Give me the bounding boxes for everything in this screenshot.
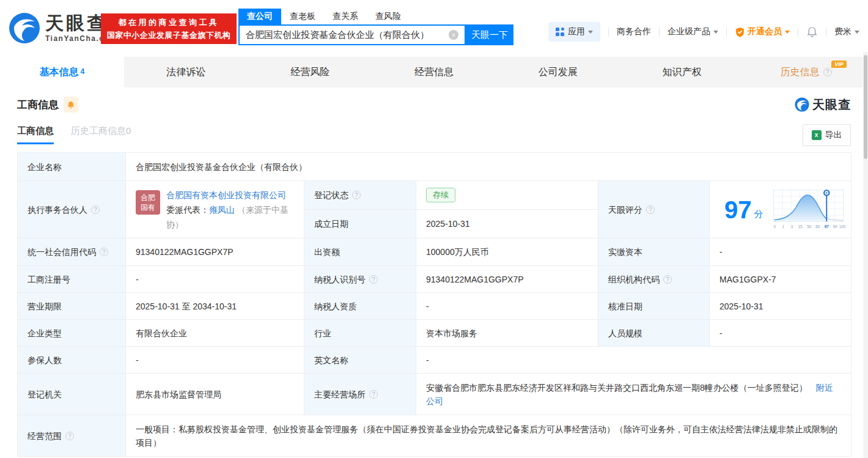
est-date-value: 2025-10-31 <box>416 210 598 238</box>
nav-open-vip-label: 开通会员 <box>748 26 782 37</box>
nav-user[interactable]: 费米 <box>834 26 859 37</box>
help-icon[interactable]: ? <box>369 390 378 399</box>
business-site-label-text: 主要经营场所 <box>314 388 366 401</box>
search-tab-risk[interactable]: 查风险 <box>367 9 410 24</box>
status-badge: 存续 <box>426 188 455 202</box>
svg-text:1: 1 <box>782 224 784 229</box>
svg-text:97: 97 <box>824 224 829 229</box>
help-icon[interactable]: ? <box>823 68 832 76</box>
credit-code-value: 91340122MAG1GGPX7P <box>126 238 304 266</box>
tianyancha-company-page: 天眼查 TianYanCha.com 都在用的商业查询工具 国家中小企业发展子基… <box>0 0 868 458</box>
search-area: 查公司 查老板 查关系 查风险 × 天眼一下 <box>238 9 513 45</box>
top-header: 天眼查 TianYanCha.com 都在用的商业查询工具 国家中小企业发展子基… <box>0 0 868 57</box>
tianyancha-brand-icon <box>795 97 809 112</box>
chevron-down-icon <box>785 31 790 34</box>
tab-history-info[interactable]: VIP 历史信息 ? <box>744 57 868 87</box>
org-code-label-text: 组织机构代码 <box>608 273 660 286</box>
export-label: 导出 <box>825 130 842 141</box>
search-tab-boss[interactable]: 查老板 <box>281 9 324 24</box>
search-tab-relation[interactable]: 查关系 <box>324 9 367 24</box>
help-icon[interactable]: ? <box>100 248 108 256</box>
svg-text:99: 99 <box>833 224 837 229</box>
score-cell: 97 分 <box>710 181 851 238</box>
tab-intellectual-property[interactable]: 知识产权 <box>620 57 744 87</box>
taxpayer-quality-value: - <box>416 293 598 320</box>
scrollbar-track[interactable] <box>863 52 868 458</box>
vip-badge: VIP <box>831 61 847 68</box>
business-scope-label-text: 经营范围 <box>28 429 62 443</box>
bell-icon <box>67 100 75 109</box>
content-area: 工商信息 天眼查 工商信息 历史工商信息 <box>0 87 868 457</box>
table-row: 营业期限 2025-10-31 至 2034-10-31 纳税人资质 - 核准日… <box>18 293 851 320</box>
help-icon[interactable]: ? <box>663 275 672 284</box>
svg-text:50: 50 <box>807 224 812 229</box>
reg-status-cell: 存续 <box>416 181 598 210</box>
tab-legal[interactable]: 法律诉讼 <box>124 57 248 87</box>
executive-partner-label: 执行事务合伙人? <box>18 181 126 238</box>
tab-business-info[interactable]: 经营信息 <box>372 57 496 87</box>
company-type-value: 有限合伙企业 <box>126 320 304 347</box>
nav-open-vip[interactable]: 开通会员 <box>735 26 790 37</box>
chevron-down-icon <box>855 31 859 34</box>
help-icon[interactable]: ? <box>646 205 655 214</box>
tab-history-label: 历史信息 <box>781 66 820 79</box>
insured-count-label: 参保人数 <box>18 347 126 374</box>
apps-grid-icon <box>556 28 564 36</box>
industry-label: 行业 <box>304 320 416 347</box>
table-row: 经营范围? 一般项目：私募股权投资基金管理、创业投资基金管理服务（须在中国证券投… <box>18 415 851 457</box>
notification-bell[interactable] <box>806 26 818 38</box>
reg-number-value: - <box>126 266 304 293</box>
subtab-row: 工商信息 历史工商信息0 x 导出 <box>17 124 851 146</box>
company-name-value: 合肥国宏创业投资基金合伙企业（有限合伙） <box>126 153 851 181</box>
divider <box>826 28 826 37</box>
business-site-label: 主要经营场所? <box>304 374 416 415</box>
business-site-cell: 安徽省合肥市肥东县肥东经济开发区祥和路与关井路交口西北角东巡一期8幢办公楼（一址… <box>416 374 851 415</box>
bell-icon <box>806 26 818 38</box>
tab-company-development[interactable]: 公司发展 <box>496 57 620 87</box>
help-icon[interactable]: ? <box>91 205 100 214</box>
divider <box>798 28 798 37</box>
subtab-history-business-info[interactable]: 历史工商信息0 <box>71 125 131 144</box>
section-title: 工商信息 <box>17 98 59 112</box>
score-distribution-chart: 0 1 3 15 50 85 97 99 100 <box>772 186 847 234</box>
subtab-business-info[interactable]: 工商信息 <box>17 125 54 144</box>
business-scope-label: 经营范围? <box>18 415 126 457</box>
partner-company-link[interactable]: 合肥国有资本创业投资有限公司 <box>166 190 286 200</box>
divider <box>608 28 609 37</box>
header-nav: 应用 商务合作 企业级产品 开通会员 <box>548 22 859 42</box>
slogan-line2: 国家中小企业发展子基金旗下机构 <box>107 29 231 42</box>
section-header: 工商信息 天眼查 <box>17 95 851 114</box>
search-button[interactable]: 天眼一下 <box>466 24 513 45</box>
score-unit: 分 <box>754 207 763 221</box>
tab-basic-info-label: 基本信息 <box>40 66 79 79</box>
table-row: 企业类型 有限合伙企业 行业 资本市场服务 人员规模 - <box>18 320 851 347</box>
reg-status-label-text: 登记状态 <box>314 188 348 202</box>
credit-code-label-text: 统一社会信用代码 <box>28 245 96 259</box>
scrollbar-thumb[interactable] <box>864 55 867 159</box>
search-tab-company[interactable]: 查公司 <box>238 9 281 24</box>
tab-operating-risk[interactable]: 经营风险 <box>248 57 372 87</box>
rep-name-link[interactable]: 雍凤山 <box>209 205 235 215</box>
taxpayer-id-value: 91340122MAG1GGPX7P <box>416 266 598 293</box>
partner-avatar[interactable]: 合肥 国有 <box>136 190 160 215</box>
clear-icon[interactable]: × <box>449 30 458 40</box>
score-axis: 0 1 3 15 50 85 97 99 100 <box>773 224 845 229</box>
search-tabs: 查公司 查老板 查关系 查风险 <box>238 9 513 24</box>
nav-cooperation[interactable]: 商务合作 <box>617 26 651 37</box>
tab-basic-info-count: 4 <box>81 67 85 76</box>
help-icon[interactable]: ? <box>352 191 361 199</box>
nav-enterprise[interactable]: 企业级产品 <box>668 26 718 37</box>
nav-apps[interactable]: 应用 <box>548 22 600 42</box>
subscribe-bell-button[interactable] <box>64 97 78 113</box>
search-box: × <box>238 24 466 45</box>
export-button[interactable]: x 导出 <box>803 124 851 146</box>
table-row: 统一社会信用代码? 91340122MAG1GGPX7P 出资额 100000万… <box>18 238 851 266</box>
avatar-line2: 国有 <box>141 202 155 212</box>
svg-text:15: 15 <box>798 224 803 229</box>
tab-basic-info[interactable]: 基本信息 4 <box>0 57 124 87</box>
help-icon[interactable]: ? <box>369 275 378 284</box>
help-icon[interactable]: ? <box>65 432 74 440</box>
business-info-table: 企业名称 合肥国宏创业投资基金合伙企业（有限合伙） 执行事务合伙人? 合肥 国有… <box>17 152 851 457</box>
search-input[interactable] <box>240 30 449 40</box>
nav-apps-label: 应用 <box>568 26 585 37</box>
